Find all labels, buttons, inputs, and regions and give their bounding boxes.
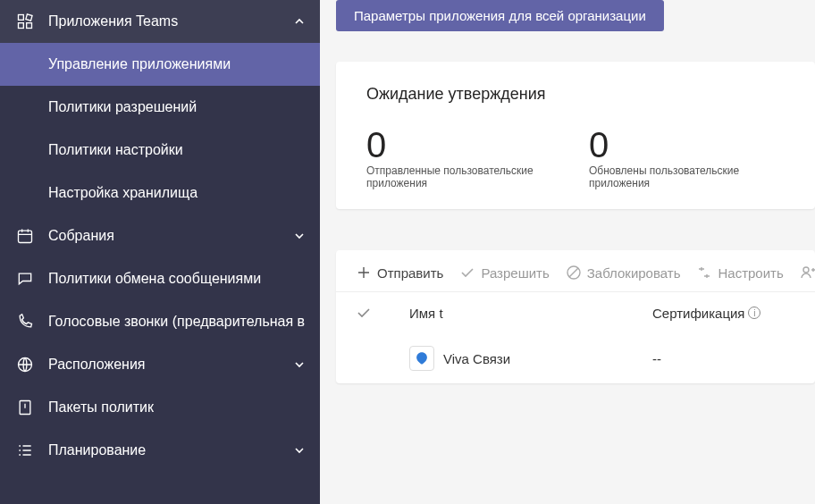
sidebar-item-setup-policies[interactable]: Политики настройки	[0, 129, 320, 172]
svg-point-8	[803, 267, 809, 273]
row-name: Viva Связи	[409, 346, 652, 371]
svg-rect-3	[27, 23, 32, 29]
sidebar-item-store-customization[interactable]: Настройка хранилища	[0, 172, 320, 214]
sidebar-item-label: Расположения	[48, 357, 286, 373]
check-icon	[459, 265, 475, 281]
sidebar-item-policy-packages[interactable]: Пакеты политик	[0, 386, 320, 429]
svg-rect-0	[19, 15, 24, 21]
header-check[interactable]	[356, 305, 409, 321]
svg-rect-2	[19, 23, 24, 29]
sidebar-item-manage-apps[interactable]: Управление приложениями	[0, 43, 320, 86]
stat-updated: 0 Обновлены пользовательские приложения	[589, 127, 785, 189]
chevron-down-icon	[293, 358, 306, 371]
stat-value: 0	[589, 127, 785, 163]
sidebar-item-label: Настройка хранилища	[48, 185, 306, 201]
stat-value: 0	[366, 127, 562, 163]
list-icon	[14, 440, 36, 461]
people-icon	[800, 265, 815, 281]
row-cert: --	[652, 351, 795, 366]
sidebar-item-label: Приложения Teams	[48, 13, 286, 29]
approval-card-title: Ожидание утверждения	[366, 85, 785, 104]
sidebar-item-label: Голосовые звонки (предварительная в	[48, 314, 306, 330]
approval-card: Ожидание утверждения 0 Отправленные поль…	[336, 62, 815, 209]
toolbar: Отправить Разрешить Заблокировать Настро…	[336, 250, 815, 291]
header-name[interactable]: Имя t	[409, 306, 652, 321]
org-wide-settings-button[interactable]: Параметры приложения для всей организаци…	[336, 0, 664, 31]
app-icon	[409, 346, 434, 371]
chevron-up-icon	[293, 15, 306, 28]
add-button[interactable]: A	[800, 261, 815, 284]
submit-button[interactable]: Отправить	[356, 261, 443, 284]
sidebar-item-teams-apps[interactable]: Приложения Teams	[0, 0, 320, 43]
globe-icon	[14, 354, 36, 375]
app-name: Viva Связи	[443, 351, 510, 366]
header-cert[interactable]: Сертификация i	[652, 306, 795, 321]
toolbar-label: Отправить	[377, 265, 443, 281]
toolbar-label: Разрешить	[481, 265, 549, 281]
sidebar-item-label: Собрания	[48, 228, 286, 244]
table-header: Имя t Сертификация i	[336, 291, 815, 333]
sidebar-item-planning[interactable]: Планирование	[0, 429, 320, 472]
sidebar-item-label: Политики обмена сообщениями	[48, 271, 306, 287]
allow-button[interactable]: Разрешить	[459, 261, 549, 284]
stat-submitted: 0 Отправленные пользовательские приложен…	[366, 127, 562, 189]
main-content: Параметры приложения для всей организаци…	[320, 0, 815, 504]
phone-icon	[14, 311, 36, 332]
info-icon[interactable]: i	[748, 307, 760, 319]
sidebar-item-label: Политики разрешений	[48, 99, 306, 115]
sidebar-item-meetings[interactable]: Собрания	[0, 214, 320, 257]
sidebar-item-voice[interactable]: Голосовые звонки (предварительная в	[0, 300, 320, 343]
svg-rect-4	[19, 231, 32, 242]
sidebar-item-label: Политики настройки	[48, 142, 306, 158]
sidebar-item-messaging-policies[interactable]: Политики обмена сообщениями	[0, 257, 320, 300]
sidebar-item-label: Планирование	[48, 442, 286, 458]
chat-icon	[14, 268, 36, 290]
apps-table-section: Отправить Разрешить Заблокировать Настро…	[336, 250, 815, 383]
plus-icon	[356, 265, 372, 281]
package-icon	[14, 397, 36, 418]
sidebar-item-label: Пакеты политик	[48, 399, 306, 416]
customize-icon	[696, 265, 712, 281]
sidebar-item-label: Управление приложениями	[48, 56, 306, 72]
sidebar-item-permission-policies[interactable]: Политики разрешений	[0, 86, 320, 129]
chevron-down-icon	[293, 230, 306, 242]
block-button[interactable]: Заблокировать	[566, 261, 681, 284]
customize-button[interactable]: Настроить	[696, 261, 783, 284]
block-icon	[566, 265, 582, 281]
chevron-down-icon	[293, 444, 306, 457]
sidebar-item-locations[interactable]: Расположения	[0, 343, 320, 386]
stat-label: Отправленные пользовательские приложения	[366, 164, 562, 189]
toolbar-label: Настроить	[718, 265, 783, 281]
table-row[interactable]: Viva Связи --	[336, 333, 815, 383]
calendar-icon	[14, 225, 36, 247]
apps-icon	[14, 11, 36, 32]
svg-rect-1	[26, 14, 32, 21]
stat-label: Обновлены пользовательские приложения	[589, 164, 785, 189]
sidebar: Приложения Teams Управление приложениями…	[0, 0, 320, 504]
toolbar-label: Заблокировать	[587, 265, 681, 281]
